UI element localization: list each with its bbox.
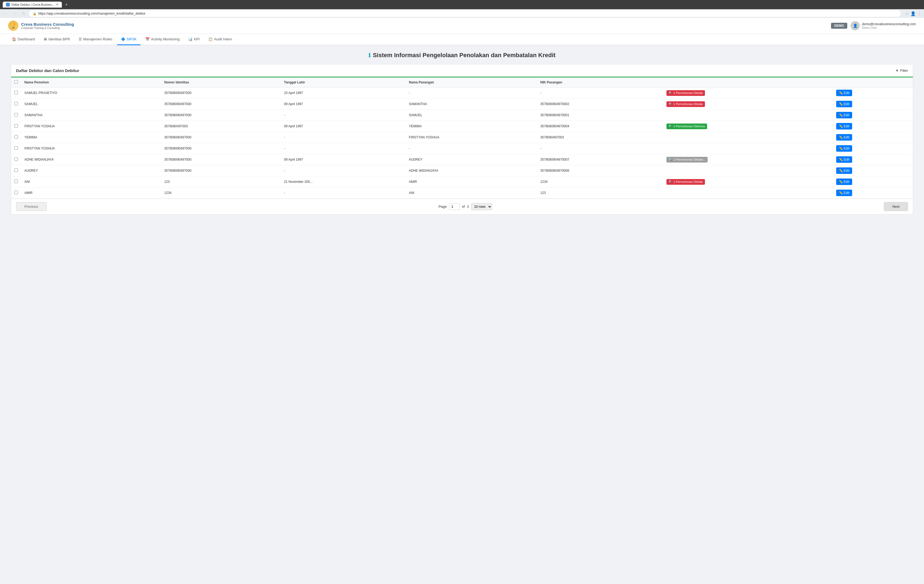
nama-pemohon-cell: AUDREY	[21, 165, 161, 176]
nik-pasangan-cell: 1234	[537, 176, 663, 188]
select-all-checkbox[interactable]	[14, 80, 18, 84]
tanggal-lahir-cell: -	[280, 188, 406, 199]
edit-button[interactable]: ✏️ Edit	[836, 101, 852, 107]
nomor-identitas-cell: 357808090497000	[161, 87, 281, 99]
col-actions	[833, 77, 913, 87]
nav-item-activity-monitoring[interactable]: 📅 Activity Monitoring	[142, 34, 183, 45]
status-badge[interactable]: 🔍 1 Permohonan Dibatal...	[667, 157, 708, 163]
nav-item-kpi[interactable]: 📊 KPI	[184, 34, 203, 45]
edit-button[interactable]: ✏️ Edit	[836, 156, 852, 163]
tab-close-button[interactable]: ✕	[56, 3, 59, 7]
browser-tab[interactable]: Daftar Debitur | Creva Busines... ✕	[3, 2, 62, 8]
browser-actions: ☆ 👤 ⋮	[905, 11, 922, 16]
previous-button[interactable]: Previous	[16, 202, 47, 211]
logo-area: 🏆 Creva Business Consulting Corporate Tr…	[8, 21, 74, 31]
table-row: SAMUEL PRASETIYO35780809049700023 April …	[11, 87, 913, 99]
new-tab-button[interactable]: +	[64, 2, 69, 7]
nomor-identitas-cell: 357808090497000	[161, 165, 281, 176]
nav-label-audit-intern: Audit Intern	[214, 37, 232, 41]
nik-pasangan-cell: -	[537, 143, 663, 154]
user-name: Demo User	[862, 26, 916, 29]
nama-pemohon-cell: ADHE WIDIANJAYA	[21, 154, 161, 165]
row-checkbox-cell	[11, 165, 21, 176]
nomor-identitas-cell: 357808090497000	[161, 110, 281, 121]
status-cell	[663, 110, 833, 121]
table-row: AUDREY357808090497000-ADHE WIDIANJAYA357…	[11, 165, 913, 176]
tanggal-lahir-cell: 09 April 1997	[280, 121, 406, 132]
edit-button[interactable]: ✏️ Edit	[836, 189, 852, 196]
nav-item-sip3k[interactable]: 🔷 SIP3K	[117, 34, 140, 45]
row-checkbox[interactable]	[14, 168, 18, 172]
status-badge[interactable]: 🔍 1 Permohonan Ditolak	[667, 179, 705, 185]
nav-item-identitas-bpr[interactable]: 🏛 Identitas BPR	[40, 34, 74, 45]
page-title-text: Sistem Informasi Pengelolaan Penolakan d…	[373, 52, 556, 59]
col-nik-pasangan: NIK Pasangan	[537, 77, 663, 87]
edit-cell: ✏️ Edit	[833, 176, 913, 188]
tanggal-lahir-cell: -	[280, 110, 406, 121]
edit-button[interactable]: ✏️ Edit	[836, 112, 852, 118]
nama-pasangan-cell: ANI	[406, 188, 537, 199]
edit-cell: ✏️ Edit	[833, 99, 913, 110]
nomor-identitas-cell: 357808090497000	[161, 154, 281, 165]
page-controls: Page of 2 10 rows 25 rows 50 rows	[439, 203, 492, 210]
edit-button[interactable]: ✏️ Edit	[836, 123, 852, 130]
status-badge[interactable]: 🔍 1 Permohonan Diterima	[667, 123, 707, 129]
next-button[interactable]: Next	[884, 202, 908, 211]
row-checkbox[interactable]	[14, 191, 18, 194]
nav-label-sip3k: SIP3K	[127, 37, 137, 41]
forward-button[interactable]: →	[12, 11, 18, 16]
status-badge[interactable]: 🔍 1 Permohonan Ditolak	[667, 101, 705, 107]
address-bar[interactable]: 🔒 https://app.crevabusinessconsulting.co…	[29, 10, 901, 17]
edit-button[interactable]: ✏️ Edit	[836, 90, 852, 96]
nama-pasangan-cell: -	[406, 87, 537, 99]
nav-item-manajemen-risiko[interactable]: ☰ Manajemen Risiko	[75, 34, 116, 45]
ssl-lock-icon: 🔒	[33, 12, 36, 15]
url-text: https://app.crevabusinessconsulting.com/…	[38, 12, 145, 15]
row-checkbox[interactable]	[14, 135, 18, 139]
row-checkbox[interactable]	[14, 157, 18, 161]
nama-pasangan-cell: ADHE WIDIANJAYA	[406, 165, 537, 176]
identitas-bpr-icon: 🏛	[44, 37, 47, 41]
avatar: 👤	[851, 21, 860, 30]
col-nama-pasangan: Nama Pasangan	[406, 77, 537, 87]
table-row: FIRSTYAN YOSHUA357808049700309 April 199…	[11, 121, 913, 132]
table-row: SAMUEL35780809049700009 April 1997SAMANT…	[11, 99, 913, 110]
row-checkbox[interactable]	[14, 113, 18, 117]
profile-icon[interactable]: 👤	[911, 11, 916, 16]
nama-pasangan-cell: -	[406, 143, 537, 154]
audit-intern-icon: 📋	[208, 37, 213, 41]
edit-button[interactable]: ✏️ Edit	[836, 179, 852, 185]
filter-button[interactable]: ▼ Filter	[895, 69, 908, 72]
nik-pasangan-cell: 3578080497003	[537, 132, 663, 143]
edit-button[interactable]: ✏️ Edit	[836, 168, 852, 174]
page-label: Page	[439, 204, 447, 209]
address-bar-row: ← → ↻ 🔒 https://app.crevabusinessconsult…	[0, 9, 924, 18]
row-checkbox[interactable]	[14, 124, 18, 128]
row-checkbox-cell	[11, 110, 21, 121]
status-cell	[663, 132, 833, 143]
nav-item-dashboard[interactable]: 🏠 Dashboard	[8, 34, 39, 45]
rows-per-page-select[interactable]: 10 rows 25 rows 50 rows	[471, 203, 492, 210]
nomor-identitas-cell: 123	[161, 176, 281, 188]
edit-button[interactable]: ✏️ Edit	[836, 134, 852, 141]
user-details: demo@crevabusinessconsulting.com Demo Us…	[862, 22, 916, 29]
back-button[interactable]: ←	[2, 11, 9, 16]
row-checkbox[interactable]	[14, 146, 18, 150]
status-badge[interactable]: 🔍 1 Permohonan Ditolak	[667, 90, 705, 96]
row-checkbox-cell	[11, 188, 21, 199]
bookmark-icon[interactable]: ☆	[905, 11, 909, 16]
status-cell: 🔍 1 Permohonan Ditolak	[663, 87, 833, 99]
refresh-button[interactable]: ↻	[21, 11, 27, 17]
menu-icon[interactable]: ⋮	[917, 11, 922, 16]
page-number-input[interactable]	[449, 203, 460, 210]
col-tanggal-lahir: Tanggal Lahir	[280, 77, 406, 87]
nav-item-audit-intern[interactable]: 📋 Audit Intern	[205, 34, 236, 45]
row-checkbox[interactable]	[14, 102, 18, 105]
page-content: ℹ Sistem Informasi Pengelolaan Penolakan…	[0, 45, 924, 584]
activity-monitoring-icon: 📅	[145, 37, 150, 41]
nik-pasangan-cell: 3578080904970006	[537, 165, 663, 176]
edit-button[interactable]: ✏️ Edit	[836, 145, 852, 152]
info-icon: ℹ	[368, 52, 371, 59]
row-checkbox[interactable]	[14, 91, 18, 94]
row-checkbox[interactable]	[14, 179, 18, 183]
